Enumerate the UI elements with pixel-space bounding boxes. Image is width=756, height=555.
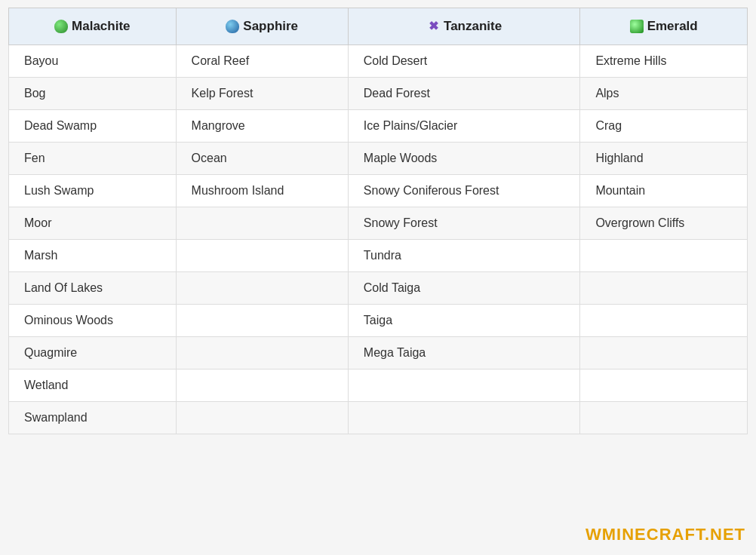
cell-emerald: Crag (580, 110, 748, 143)
table-row: MoorSnowy ForestOvergrown Cliffs (9, 207, 748, 240)
cell-sapphire: Mangrove (176, 110, 348, 143)
col-label-emerald: Emerald (647, 19, 698, 34)
cell-malachite: Bog (9, 78, 177, 110)
col-header-tanzanite: ✖ Tanzanite (348, 8, 580, 45)
cell-malachite: Wetland (9, 369, 177, 402)
cell-sapphire: Ocean (176, 143, 348, 175)
col-label-sapphire: Sapphire (243, 19, 298, 34)
cell-tanzanite: Dead Forest (348, 78, 580, 110)
cell-tanzanite: Ice Plains/Glacier (348, 110, 580, 143)
col-label-malachite: Malachite (72, 19, 130, 34)
cell-sapphire (176, 272, 348, 305)
cell-sapphire (176, 369, 348, 402)
table-row: BayouCoral ReefCold DesertExtreme Hills (9, 45, 748, 78)
biome-table: Malachite Sapphire ✖ Tanzanite Emerald (8, 8, 748, 434)
cell-sapphire (176, 305, 348, 337)
table-row: Dead SwampMangroveIce Plains/GlacierCrag (9, 110, 748, 143)
cell-sapphire: Mushroom Island (176, 175, 348, 207)
cell-tanzanite: Mega Taiga (348, 337, 580, 369)
cell-emerald: Extreme Hills (580, 45, 748, 78)
table-row: MarshTundra (9, 240, 748, 272)
col-label-tanzanite: Tanzanite (444, 19, 502, 34)
table-row: Wetland (9, 369, 748, 402)
cell-tanzanite: Taiga (348, 305, 580, 337)
cell-emerald (580, 337, 748, 369)
cell-sapphire: Coral Reef (176, 45, 348, 78)
table-row: Ominous WoodsTaiga (9, 305, 748, 337)
table-row: Lush SwampMushroom IslandSnowy Coniferou… (9, 175, 748, 207)
cell-malachite: Marsh (9, 240, 177, 272)
cell-tanzanite (348, 369, 580, 402)
cell-emerald (580, 272, 748, 305)
col-header-malachite: Malachite (9, 8, 177, 45)
cell-tanzanite: Snowy Forest (348, 207, 580, 240)
table-row: Swampland (9, 402, 748, 434)
cell-malachite: Ominous Woods (9, 305, 177, 337)
cell-tanzanite: Cold Taiga (348, 272, 580, 305)
table-row: Land Of LakesCold Taiga (9, 272, 748, 305)
cell-malachite: Land Of Lakes (9, 272, 177, 305)
cell-tanzanite: Maple Woods (348, 143, 580, 175)
malachite-gem-icon (54, 20, 68, 33)
cell-tanzanite (348, 402, 580, 434)
cell-malachite: Swampland (9, 402, 177, 434)
cell-emerald: Mountain (580, 175, 748, 207)
cell-malachite: Lush Swamp (9, 175, 177, 207)
cell-tanzanite: Snowy Coniferous Forest (348, 175, 580, 207)
cell-sapphire (176, 240, 348, 272)
cell-emerald (580, 240, 748, 272)
cell-emerald: Alps (580, 78, 748, 110)
cell-emerald: Overgrown Cliffs (580, 207, 748, 240)
col-header-sapphire: Sapphire (176, 8, 348, 45)
watermark: WMINECRAFT.NET (585, 525, 745, 544)
cell-malachite: Quagmire (9, 337, 177, 369)
cell-tanzanite: Tundra (348, 240, 580, 272)
cell-malachite: Bayou (9, 45, 177, 78)
table-header-row: Malachite Sapphire ✖ Tanzanite Emerald (9, 8, 748, 45)
tanzanite-gem-icon: ✖ (426, 20, 440, 33)
cell-emerald (580, 402, 748, 434)
cell-sapphire (176, 402, 348, 434)
cell-emerald: Highland (580, 143, 748, 175)
cell-sapphire (176, 337, 348, 369)
cell-emerald (580, 305, 748, 337)
table-row: FenOceanMaple WoodsHighland (9, 143, 748, 175)
sapphire-gem-icon (226, 20, 239, 33)
cell-sapphire: Kelp Forest (176, 78, 348, 110)
cell-emerald (580, 369, 748, 402)
cell-malachite: Dead Swamp (9, 110, 177, 143)
col-header-emerald: Emerald (580, 8, 748, 45)
table-row: BogKelp ForestDead ForestAlps (9, 78, 748, 110)
cell-sapphire (176, 207, 348, 240)
table-row: QuagmireMega Taiga (9, 337, 748, 369)
emerald-gem-icon (630, 20, 644, 33)
cell-tanzanite: Cold Desert (348, 45, 580, 78)
cell-malachite: Fen (9, 143, 177, 175)
cell-malachite: Moor (9, 207, 177, 240)
